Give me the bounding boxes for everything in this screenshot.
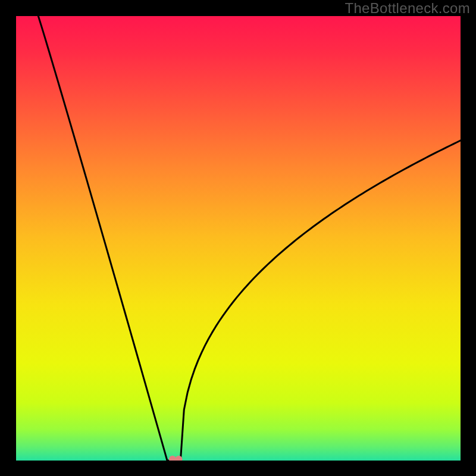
marker-b xyxy=(175,456,182,463)
plot-background-gradient xyxy=(16,16,461,461)
chart-frame: TheBottleneck.com xyxy=(0,0,476,476)
watermark-label: TheBottleneck.com xyxy=(345,0,470,17)
bottleneck-chart xyxy=(0,0,476,476)
marker-a xyxy=(169,456,176,463)
